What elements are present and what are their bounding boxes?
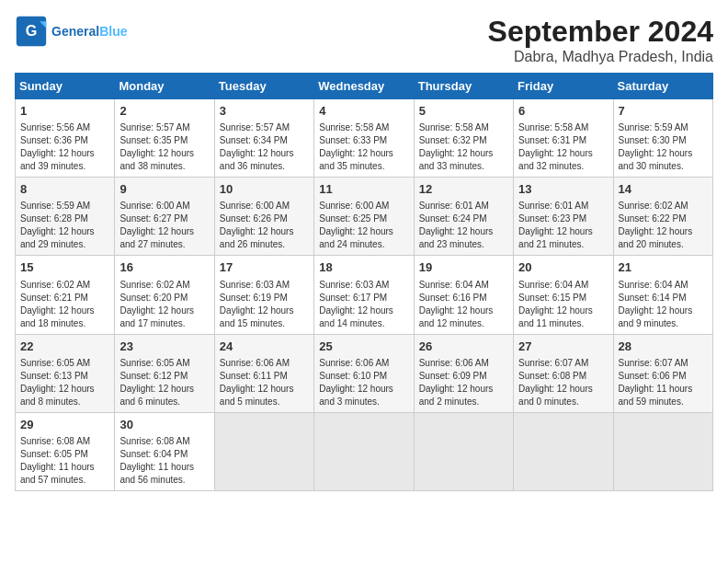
calendar-cell: 26Sunrise: 6:06 AM Sunset: 6:09 PM Dayli…	[414, 334, 513, 412]
logo-icon: G	[15, 15, 48, 48]
day-number: 21	[619, 259, 708, 276]
svg-text:G: G	[26, 22, 38, 39]
day-info: Sunrise: 6:05 AM Sunset: 6:12 PM Dayligh…	[119, 357, 209, 408]
header: G GeneralBlue September 2024 Dabra, Madh…	[15, 15, 713, 65]
day-info: Sunrise: 6:07 AM Sunset: 6:08 PM Dayligh…	[518, 357, 608, 408]
day-info: Sunrise: 6:02 AM Sunset: 6:22 PM Dayligh…	[619, 200, 708, 251]
day-info: Sunrise: 5:59 AM Sunset: 6:30 PM Dayligh…	[619, 121, 708, 173]
day-number: 7	[619, 103, 708, 120]
days-of-week-row: SundayMondayTuesdayWednesdayThursdayFrid…	[16, 74, 713, 99]
day-number: 17	[220, 259, 309, 276]
day-info: Sunrise: 6:00 AM Sunset: 6:26 PM Dayligh…	[220, 200, 309, 251]
calendar-cell: 7Sunrise: 5:59 AM Sunset: 6:30 PM Daylig…	[613, 99, 712, 178]
day-info: Sunrise: 6:04 AM Sunset: 6:15 PM Dayligh…	[518, 279, 608, 330]
calendar-cell: 4Sunrise: 5:58 AM Sunset: 6:33 PM Daylig…	[314, 99, 414, 178]
calendar-cell: 23Sunrise: 6:05 AM Sunset: 6:12 PM Dayli…	[115, 334, 214, 412]
calendar-table: SundayMondayTuesdayWednesdayThursdayFrid…	[15, 73, 713, 491]
calendar-cell: 17Sunrise: 6:03 AM Sunset: 6:19 PM Dayli…	[214, 256, 313, 334]
day-info: Sunrise: 6:03 AM Sunset: 6:17 PM Dayligh…	[319, 279, 408, 330]
calendar-week-3: 15Sunrise: 6:02 AM Sunset: 6:21 PM Dayli…	[16, 256, 713, 334]
day-number: 2	[119, 103, 209, 120]
calendar-cell: 5Sunrise: 5:58 AM Sunset: 6:32 PM Daylig…	[414, 99, 513, 178]
calendar-cell: 9Sunrise: 6:00 AM Sunset: 6:27 PM Daylig…	[115, 178, 214, 256]
day-info: Sunrise: 6:04 AM Sunset: 6:16 PM Dayligh…	[419, 279, 508, 330]
day-number: 25	[319, 339, 408, 355]
day-number: 18	[319, 259, 408, 276]
day-number: 24	[220, 339, 309, 355]
day-info: Sunrise: 5:58 AM Sunset: 6:33 PM Dayligh…	[319, 121, 408, 173]
calendar-cell: 25Sunrise: 6:06 AM Sunset: 6:10 PM Dayli…	[314, 334, 414, 412]
day-number: 4	[319, 103, 408, 120]
day-info: Sunrise: 5:56 AM Sunset: 6:36 PM Dayligh…	[20, 121, 109, 173]
day-info: Sunrise: 5:58 AM Sunset: 6:31 PM Dayligh…	[518, 121, 608, 173]
day-info: Sunrise: 6:01 AM Sunset: 6:24 PM Dayligh…	[419, 200, 508, 251]
calendar-cell: 10Sunrise: 6:00 AM Sunset: 6:26 PM Dayli…	[214, 178, 313, 256]
calendar-cell: 13Sunrise: 6:01 AM Sunset: 6:23 PM Dayli…	[514, 178, 613, 256]
day-header-thursday: Thursday	[414, 74, 513, 99]
day-number: 22	[20, 339, 109, 355]
calendar-cell: 2Sunrise: 5:57 AM Sunset: 6:35 PM Daylig…	[115, 99, 214, 178]
calendar-cell: 16Sunrise: 6:02 AM Sunset: 6:20 PM Dayli…	[115, 256, 214, 334]
calendar-cell: 27Sunrise: 6:07 AM Sunset: 6:08 PM Dayli…	[514, 334, 613, 412]
day-info: Sunrise: 6:06 AM Sunset: 6:11 PM Dayligh…	[220, 357, 309, 408]
day-info: Sunrise: 6:03 AM Sunset: 6:19 PM Dayligh…	[220, 279, 309, 330]
calendar-cell: 29Sunrise: 6:08 AM Sunset: 6:05 PM Dayli…	[16, 412, 115, 490]
page-title: September 2024	[488, 15, 713, 49]
day-number: 6	[518, 103, 608, 120]
day-number: 12	[419, 181, 508, 198]
day-info: Sunrise: 5:57 AM Sunset: 6:35 PM Dayligh…	[119, 121, 209, 173]
day-number: 19	[419, 259, 508, 276]
calendar-cell	[613, 412, 712, 490]
day-header-friday: Friday	[514, 74, 613, 99]
day-info: Sunrise: 5:58 AM Sunset: 6:32 PM Dayligh…	[419, 121, 508, 173]
calendar-cell: 3Sunrise: 5:57 AM Sunset: 6:34 PM Daylig…	[214, 99, 313, 178]
calendar-cell	[414, 412, 513, 490]
day-header-wednesday: Wednesday	[314, 74, 414, 99]
day-info: Sunrise: 5:59 AM Sunset: 6:28 PM Dayligh…	[20, 200, 109, 251]
day-number: 1	[20, 103, 109, 120]
calendar-cell: 14Sunrise: 6:02 AM Sunset: 6:22 PM Dayli…	[613, 178, 712, 256]
day-header-sunday: Sunday	[16, 74, 115, 99]
day-number: 30	[119, 417, 209, 433]
day-info: Sunrise: 6:06 AM Sunset: 6:09 PM Dayligh…	[419, 357, 508, 408]
calendar-cell: 8Sunrise: 5:59 AM Sunset: 6:28 PM Daylig…	[16, 178, 115, 256]
calendar-cell: 1Sunrise: 5:56 AM Sunset: 6:36 PM Daylig…	[16, 99, 115, 178]
calendar-cell: 21Sunrise: 6:04 AM Sunset: 6:14 PM Dayli…	[613, 256, 712, 334]
day-info: Sunrise: 5:57 AM Sunset: 6:34 PM Dayligh…	[220, 121, 309, 173]
day-info: Sunrise: 6:04 AM Sunset: 6:14 PM Dayligh…	[619, 279, 708, 330]
day-info: Sunrise: 6:07 AM Sunset: 6:06 PM Dayligh…	[619, 357, 708, 408]
calendar-body: 1Sunrise: 5:56 AM Sunset: 6:36 PM Daylig…	[16, 99, 713, 491]
day-header-monday: Monday	[115, 74, 214, 99]
logo: G GeneralBlue	[15, 15, 127, 48]
calendar-cell: 30Sunrise: 6:08 AM Sunset: 6:04 PM Dayli…	[115, 412, 214, 490]
calendar-cell: 28Sunrise: 6:07 AM Sunset: 6:06 PM Dayli…	[613, 334, 712, 412]
day-number: 3	[220, 103, 309, 120]
day-number: 14	[619, 181, 708, 198]
calendar-cell: 19Sunrise: 6:04 AM Sunset: 6:16 PM Dayli…	[414, 256, 513, 334]
day-info: Sunrise: 6:00 AM Sunset: 6:25 PM Dayligh…	[319, 200, 408, 251]
day-info: Sunrise: 6:08 AM Sunset: 6:05 PM Dayligh…	[20, 435, 109, 487]
calendar-cell: 11Sunrise: 6:00 AM Sunset: 6:25 PM Dayli…	[314, 178, 414, 256]
day-number: 15	[20, 259, 109, 276]
calendar-week-5: 29Sunrise: 6:08 AM Sunset: 6:05 PM Dayli…	[16, 412, 713, 490]
day-info: Sunrise: 6:00 AM Sunset: 6:27 PM Dayligh…	[119, 200, 209, 251]
calendar-cell	[514, 412, 613, 490]
day-header-saturday: Saturday	[613, 74, 712, 99]
calendar-cell: 24Sunrise: 6:06 AM Sunset: 6:11 PM Dayli…	[214, 334, 313, 412]
logo-text: GeneralBlue	[51, 24, 127, 39]
day-number: 29	[20, 417, 109, 433]
day-number: 11	[319, 181, 408, 198]
day-number: 9	[119, 181, 209, 198]
title-area: September 2024 Dabra, Madhya Pradesh, In…	[488, 15, 713, 65]
calendar-week-2: 8Sunrise: 5:59 AM Sunset: 6:28 PM Daylig…	[16, 178, 713, 256]
day-number: 26	[419, 339, 508, 355]
calendar-cell: 12Sunrise: 6:01 AM Sunset: 6:24 PM Dayli…	[414, 178, 513, 256]
day-number: 13	[518, 181, 608, 198]
calendar-cell: 6Sunrise: 5:58 AM Sunset: 6:31 PM Daylig…	[514, 99, 613, 178]
day-info: Sunrise: 6:08 AM Sunset: 6:04 PM Dayligh…	[119, 435, 209, 487]
day-number: 8	[20, 181, 109, 198]
calendar-week-1: 1Sunrise: 5:56 AM Sunset: 6:36 PM Daylig…	[16, 99, 713, 178]
calendar-cell: 22Sunrise: 6:05 AM Sunset: 6:13 PM Dayli…	[16, 334, 115, 412]
day-number: 27	[518, 339, 608, 355]
day-number: 20	[518, 259, 608, 276]
